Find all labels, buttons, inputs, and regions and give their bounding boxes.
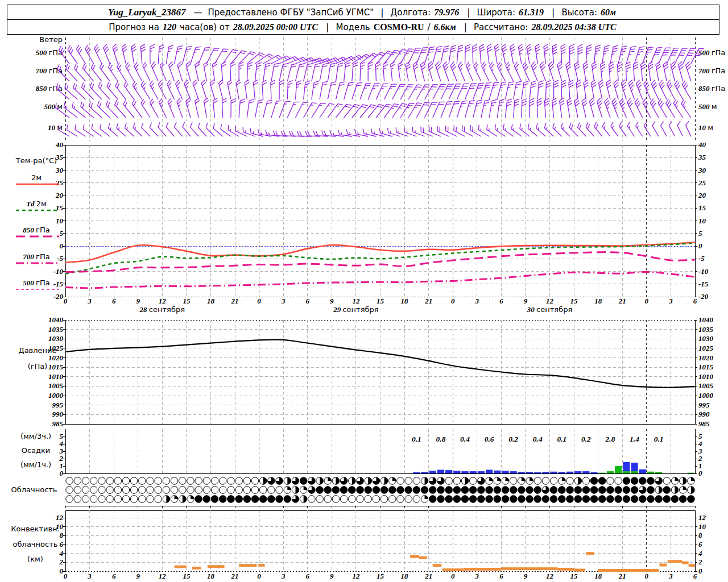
wind-barb (215, 49, 229, 64)
conv-xtick: 0 (64, 572, 68, 580)
wind-barb (255, 54, 274, 64)
pressure-ytick-right: 1025 (698, 344, 714, 352)
wind-barb (473, 100, 482, 118)
wind-barb (636, 122, 643, 136)
wind-barb (368, 84, 379, 99)
wind-barb (183, 122, 191, 136)
wind-barb (441, 46, 449, 64)
pressure-ytick-left: 985 (52, 419, 64, 428)
cloud-cover-fill (688, 496, 695, 503)
temp-xtick: 0 (257, 297, 261, 305)
wind-barb (651, 80, 659, 99)
wind-barb (609, 62, 614, 81)
cloud-cover-symbol (139, 487, 146, 494)
pressure-ytick-right: 1030 (698, 334, 714, 343)
cloud-cover-symbol (469, 477, 477, 485)
temp-ytick-right: 25 (698, 178, 706, 187)
cloud-cover-fill (559, 496, 566, 503)
conv-ytick-right: 12 (698, 513, 706, 522)
convective-cloud-segment (598, 569, 659, 572)
conv-xtick: 6 (693, 572, 697, 580)
wind-barb (527, 44, 532, 64)
rain-bar (437, 470, 444, 474)
wind-barb (228, 125, 239, 136)
convective-cloud-segment (689, 564, 695, 567)
cloud-cover-fill (489, 477, 493, 481)
cloud-cover-fill (340, 487, 348, 494)
wind-barb (421, 127, 433, 136)
cloud-cover-symbol (566, 477, 574, 485)
conv-xtick: 21 (424, 572, 432, 580)
wind-barb (505, 99, 512, 118)
wind-barb (195, 61, 200, 81)
convective-cloud-segment (501, 567, 557, 570)
header-dash: — (193, 7, 202, 18)
date-label: 29 сентября (333, 305, 378, 314)
cloud-cover-symbol (219, 477, 226, 485)
wind-barb (514, 81, 522, 99)
wind-barb (295, 64, 304, 81)
conv-panel-label: Конвективн. (11, 525, 60, 533)
conv-ytick-left: 4 (59, 549, 64, 558)
cloud-cover-fill (166, 496, 169, 503)
cloud-cover-fill (336, 477, 339, 485)
wind-barb (644, 122, 651, 136)
temp-ytick-right: 20 (698, 191, 706, 199)
temp-legend-label: Td 2м (26, 199, 47, 208)
cloud-cover-symbol (90, 496, 97, 503)
temp-ytick-left: 40 (55, 140, 64, 149)
wind-barb (627, 98, 635, 118)
wind-barb (66, 64, 78, 81)
cloud-cover-fill (384, 477, 388, 485)
wind-barb (577, 122, 586, 136)
cloud-cover-fill (276, 496, 283, 503)
temp-xtick: 12 (546, 297, 554, 305)
wind-barb (429, 126, 440, 136)
temp-xtick: 15 (183, 297, 191, 305)
conv-ytick-right: 6 (698, 540, 702, 548)
wind-barb (159, 98, 166, 118)
cloud-cover-fill (574, 496, 582, 503)
wind-barb (222, 98, 226, 118)
wind-barb (663, 61, 668, 81)
wind-barb (416, 103, 429, 118)
wind-barb (561, 123, 570, 136)
pressure-ytick-right: 1010 (698, 372, 714, 381)
wind-barb (597, 98, 602, 118)
wind-barb (599, 80, 604, 99)
longitude-value: 79.976 (434, 7, 459, 18)
wind-barb (198, 48, 210, 64)
cloud-cover-fill (607, 496, 614, 503)
convective-cloud-segment (419, 556, 427, 559)
cloud-cover-symbol (155, 487, 162, 494)
wind-barb (344, 82, 354, 99)
wind-barb (168, 61, 174, 81)
snow-bar (647, 472, 654, 473)
wind-barb (150, 44, 155, 64)
wind-barb (204, 98, 209, 118)
run-time: 28.09.2025 00:00 UTC (233, 22, 318, 32)
convective-cloud-segment (558, 568, 574, 571)
wind-barb (433, 46, 442, 64)
wind-barb (336, 82, 345, 99)
cloud-cover-fill (598, 487, 606, 494)
wind-barb (474, 62, 481, 81)
conv-xtick: 21 (231, 572, 239, 580)
wind-barb (611, 122, 618, 136)
wind-barb (669, 121, 675, 136)
cloud-cover-fill (405, 487, 412, 494)
conv-xtick: 21 (618, 572, 626, 580)
cloud-cover-symbol (510, 477, 517, 485)
conv-xtick: 12 (159, 572, 167, 580)
cloud-cover-fill (691, 477, 694, 481)
latitude-label: Широта: (477, 7, 515, 18)
cloud-cover-symbol (228, 477, 235, 485)
wind-barb (449, 45, 456, 64)
cloud-cover-fill (663, 487, 671, 494)
wind-level-label-left: 500 м (44, 102, 63, 111)
cloud-cover-fill (437, 487, 445, 494)
cloud-cover-fill (502, 496, 509, 503)
wind-barb (100, 124, 110, 136)
cloud-cover-fill (494, 496, 501, 503)
wind-barb (583, 61, 588, 81)
